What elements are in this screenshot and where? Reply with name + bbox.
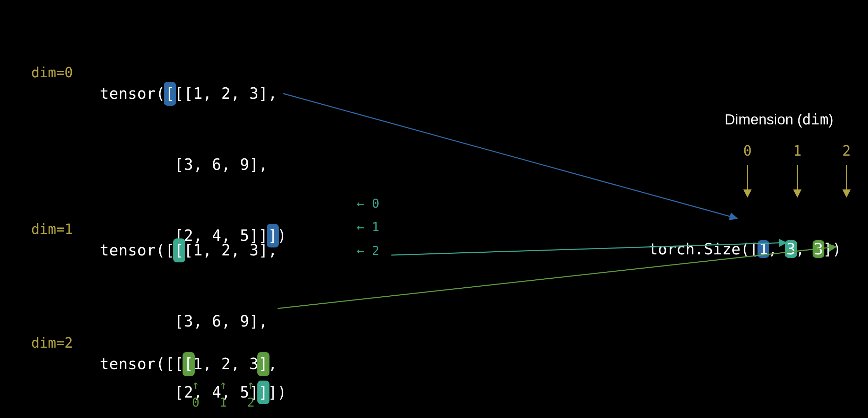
col-arrow-2: ↑ bbox=[244, 378, 258, 392]
col-index-1: 1 bbox=[216, 395, 230, 409]
dim-index-2: 2 bbox=[842, 143, 851, 159]
col-arrow-1: ↑ bbox=[216, 378, 230, 392]
col-index-0: 0 bbox=[189, 395, 203, 409]
dimension-title: Dimension (dim) bbox=[725, 111, 833, 128]
col-index-2: 2 bbox=[244, 395, 258, 409]
row-annotation-2: ← 2 bbox=[357, 243, 379, 258]
tensor-row: tensor([[[1, 2, 3], bbox=[100, 238, 287, 262]
dim-1-label: dim=1 bbox=[31, 221, 73, 237]
size-val-1: 3 bbox=[785, 240, 797, 258]
dim-index-1: 1 bbox=[793, 143, 801, 159]
dim-0-label: dim=0 bbox=[31, 64, 73, 80]
bracket-outer-open: [ bbox=[164, 82, 176, 105]
bracket-inner-open: [ bbox=[183, 352, 195, 376]
tensor-row: [3, 6, 9], bbox=[100, 153, 287, 176]
bracket-inner-close: ] bbox=[257, 352, 269, 376]
connector-dim0 bbox=[283, 94, 737, 218]
tensor-row: tensor([[[1, 2, 3], bbox=[100, 352, 287, 376]
col-arrow-0: ↑ bbox=[189, 378, 203, 392]
tensor-row: tensor([[[1, 2, 3], bbox=[100, 82, 287, 105]
bracket-mid-open: [ bbox=[173, 238, 185, 262]
dim-index-0: 0 bbox=[743, 143, 752, 159]
dim-2-label: dim=2 bbox=[31, 335, 73, 351]
row-annotation-0: ← 0 bbox=[357, 196, 379, 210]
row-annotation-1: ← 1 bbox=[357, 220, 379, 234]
torch-size-line: torch.Size([1, 3, 3]) bbox=[630, 223, 841, 258]
